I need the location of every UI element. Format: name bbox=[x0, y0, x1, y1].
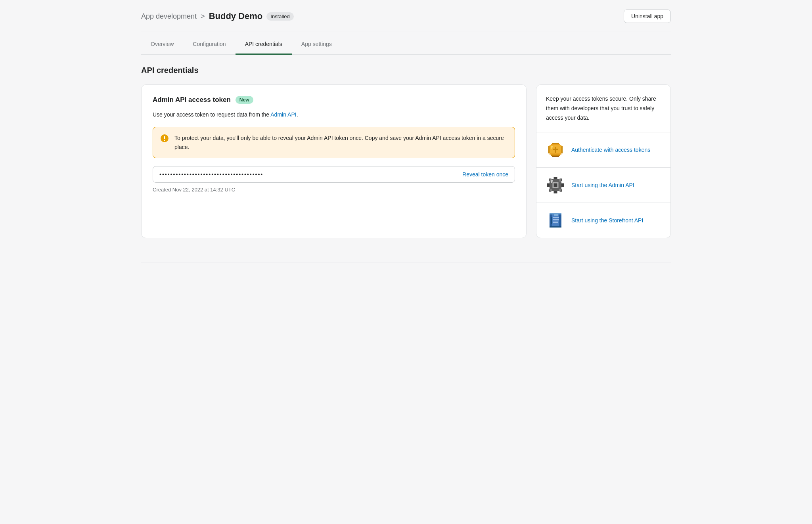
admin-api-token-card: Admin API access token New Use your acce… bbox=[141, 84, 527, 238]
card-title: Admin API access token bbox=[153, 96, 231, 104]
gear-icon bbox=[546, 176, 565, 195]
storefront-api-link[interactable]: Start using the Storefront API bbox=[571, 216, 643, 225]
card-description: Use your access token to request data fr… bbox=[153, 110, 515, 119]
token-field: •••••••••••••••••••••••••••••••••••••• R… bbox=[153, 166, 515, 183]
svg-rect-30 bbox=[559, 189, 561, 191]
svg-rect-1 bbox=[164, 136, 165, 140]
svg-rect-26 bbox=[554, 184, 557, 187]
card-title-row: Admin API access token New bbox=[153, 96, 515, 104]
card-description-suffix: . bbox=[297, 111, 298, 118]
svg-rect-16 bbox=[554, 177, 557, 179]
svg-rect-38 bbox=[553, 217, 559, 218]
svg-rect-3 bbox=[552, 143, 559, 144]
svg-rect-32 bbox=[551, 182, 552, 183]
svg-rect-29 bbox=[550, 189, 552, 191]
authenticate-link[interactable]: Authenticate with access tokens bbox=[571, 146, 650, 154]
svg-rect-8 bbox=[561, 146, 563, 153]
status-badge: Installed bbox=[266, 12, 293, 21]
tab-configuration[interactable]: Configuration bbox=[183, 34, 235, 55]
svg-rect-14 bbox=[551, 146, 553, 147]
book-icon bbox=[546, 211, 565, 230]
svg-rect-17 bbox=[554, 191, 557, 193]
svg-rect-18 bbox=[547, 184, 550, 187]
coin-icon bbox=[546, 140, 565, 159]
main-content: API credentials Admin API access token N… bbox=[141, 55, 671, 249]
breadcrumb-current: Buddy Demo bbox=[209, 11, 263, 21]
tab-app-settings[interactable]: App settings bbox=[292, 34, 341, 55]
svg-rect-31 bbox=[551, 180, 553, 182]
tabs-nav: Overview Configuration API credentials A… bbox=[141, 34, 671, 55]
side-info-text: Keep your access tokens secure. Only sha… bbox=[546, 94, 661, 122]
svg-rect-9 bbox=[550, 153, 561, 155]
tab-overview[interactable]: Overview bbox=[141, 34, 183, 55]
svg-rect-4 bbox=[551, 144, 560, 145]
svg-rect-39 bbox=[553, 219, 559, 220]
warning-box: To protect your data, you'll only be abl… bbox=[153, 127, 515, 158]
list-item: Authenticate with access tokens bbox=[536, 132, 670, 168]
breadcrumb-separator: > bbox=[201, 12, 205, 21]
svg-rect-11 bbox=[552, 156, 559, 157]
svg-rect-5 bbox=[550, 145, 561, 146]
svg-rect-37 bbox=[550, 226, 561, 228]
bottom-divider bbox=[141, 262, 671, 262]
svg-rect-15 bbox=[551, 147, 552, 149]
reveal-token-button[interactable]: Reveal token once bbox=[462, 171, 508, 178]
svg-rect-40 bbox=[553, 222, 558, 223]
content-grid: Admin API access token New Use your acce… bbox=[141, 84, 671, 238]
uninstall-app-button[interactable]: Uninstall app bbox=[624, 10, 671, 23]
list-item: Start using the Admin API bbox=[536, 168, 670, 203]
svg-rect-10 bbox=[551, 155, 560, 156]
warning-icon bbox=[160, 134, 169, 143]
svg-rect-42 bbox=[554, 214, 558, 216]
svg-rect-35 bbox=[559, 213, 561, 228]
breadcrumb-parent[interactable]: App development bbox=[141, 12, 197, 21]
breadcrumb: App development > Buddy Demo Installed bbox=[141, 11, 294, 21]
token-meta: Created Nov 22, 2022 at 14:32 UTC bbox=[153, 187, 515, 193]
svg-rect-7 bbox=[548, 146, 550, 153]
svg-rect-28 bbox=[559, 179, 561, 182]
page-header: App development > Buddy Demo Installed U… bbox=[141, 0, 671, 31]
svg-rect-36 bbox=[550, 213, 561, 214]
admin-api-link[interactable]: Start using the Admin API bbox=[571, 181, 634, 189]
tab-api-credentials[interactable]: API credentials bbox=[236, 34, 292, 55]
admin-api-link[interactable]: Admin API bbox=[270, 111, 296, 118]
side-info: Keep your access tokens secure. Only sha… bbox=[536, 85, 670, 132]
side-panel: Keep your access tokens secure. Only sha… bbox=[536, 84, 671, 238]
side-card: Keep your access tokens secure. Only sha… bbox=[536, 84, 671, 238]
list-item: Start using the Storefront API bbox=[536, 203, 670, 238]
svg-rect-41 bbox=[551, 217, 552, 224]
new-badge: New bbox=[236, 96, 253, 104]
svg-rect-19 bbox=[561, 184, 564, 187]
card-description-prefix: Use your access token to request data fr… bbox=[153, 111, 270, 118]
token-dots: •••••••••••••••••••••••••••••••••••••• bbox=[159, 171, 263, 178]
section-title: API credentials bbox=[141, 66, 671, 75]
svg-rect-2 bbox=[164, 140, 165, 141]
side-links: Authenticate with access tokens bbox=[536, 132, 670, 238]
svg-rect-13 bbox=[553, 149, 558, 150]
warning-text: To protect your data, you'll only be abl… bbox=[174, 134, 508, 151]
